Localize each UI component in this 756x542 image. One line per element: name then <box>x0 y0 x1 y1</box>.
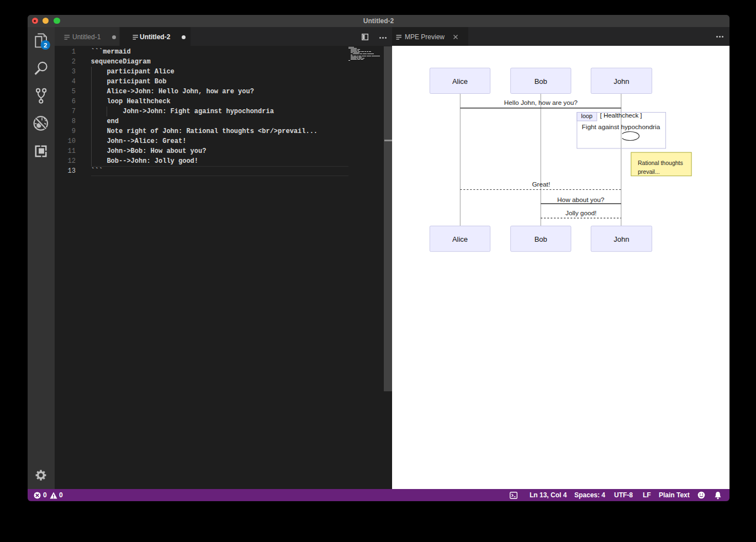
svg-text:Alice: Alice <box>452 77 468 86</box>
svg-text:Hello John, how are you?: Hello John, how are you? <box>504 99 578 107</box>
svg-text:How about you?: How about you? <box>557 196 605 204</box>
svg-text:Bob: Bob <box>535 235 547 243</box>
svg-text:[ Healthcheck ]: [ Healthcheck ] <box>600 112 642 119</box>
svg-text:prevail...: prevail... <box>638 168 660 175</box>
svg-text:Alice: Alice <box>452 235 468 243</box>
svg-text:Jolly good!: Jolly good! <box>565 209 596 217</box>
svg-text:Great!: Great! <box>532 180 550 188</box>
svg-text:Rational thoughts: Rational thoughts <box>638 160 683 166</box>
svg-text:Fight against hypochondria: Fight against hypochondria <box>582 123 660 131</box>
svg-text:John: John <box>614 77 629 86</box>
svg-text:John: John <box>614 235 629 243</box>
svg-text:loop: loop <box>581 113 593 119</box>
svg-text:Bob: Bob <box>535 77 547 86</box>
